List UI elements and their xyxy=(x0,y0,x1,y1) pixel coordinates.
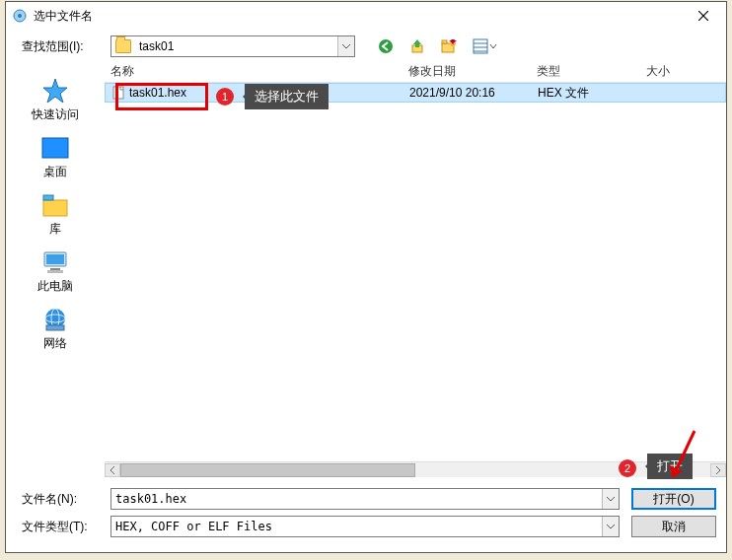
cell-type: HEX 文件 xyxy=(532,85,632,102)
lookin-combo[interactable]: task01 xyxy=(110,35,355,57)
place-this-pc[interactable]: 此电脑 xyxy=(6,243,105,300)
place-label: 此电脑 xyxy=(37,278,73,295)
place-label: 库 xyxy=(49,221,61,238)
file-list-area: 名称 修改日期 类型 大小 task01.hex 2021/9/10 20:16… xyxy=(105,61,726,477)
header-type[interactable]: 类型 xyxy=(531,63,631,80)
file-row[interactable]: task01.hex 2021/9/10 20:16 HEX 文件 xyxy=(105,83,726,103)
scroll-thumb[interactable] xyxy=(120,463,415,477)
horizontal-scrollbar[interactable] xyxy=(105,461,726,477)
svg-rect-22 xyxy=(47,270,63,273)
lookin-row: 查找范围(I): task01 ✦ xyxy=(6,32,726,61)
network-icon xyxy=(39,306,71,333)
chevron-down-icon[interactable] xyxy=(337,36,354,56)
filetype-value: HEX, COFF or ELF Files xyxy=(111,520,602,533)
column-headers: 名称 修改日期 类型 大小 xyxy=(105,61,726,83)
filetype-label: 文件类型(T): xyxy=(22,519,110,535)
svg-rect-21 xyxy=(50,268,60,270)
file-icon xyxy=(111,86,125,100)
app-icon xyxy=(12,8,28,24)
open-button[interactable]: 打开(O) xyxy=(631,488,716,510)
place-quick-access[interactable]: 快速访问 xyxy=(6,71,105,128)
places-bar: 快速访问 桌面 库 此电脑 网络 xyxy=(6,61,105,477)
svg-rect-27 xyxy=(113,87,123,99)
place-label: 快速访问 xyxy=(32,106,79,123)
chevron-down-icon[interactable] xyxy=(602,517,619,536)
svg-rect-7 xyxy=(442,40,447,43)
cell-date: 2021/9/10 20:16 xyxy=(403,86,532,100)
svg-rect-18 xyxy=(43,195,53,200)
place-library[interactable]: 库 xyxy=(6,185,105,243)
file-name: task01.hex xyxy=(129,86,186,100)
place-label: 网络 xyxy=(43,335,67,352)
filename-row: 文件名(N): task01.hex 打开(O) xyxy=(22,485,716,513)
svg-rect-20 xyxy=(46,254,64,264)
titlebar: 选中文件名 xyxy=(6,2,726,30)
place-label: 桌面 xyxy=(43,164,67,180)
view-menu-icon[interactable] xyxy=(472,37,499,55)
header-size[interactable]: 大小 xyxy=(631,63,677,80)
svg-rect-15 xyxy=(42,138,68,158)
filename-label: 文件名(N): xyxy=(22,491,110,508)
scroll-left-icon[interactable] xyxy=(105,463,120,477)
scroll-right-icon[interactable] xyxy=(710,463,726,477)
cell-name: task01.hex xyxy=(106,86,403,101)
library-icon xyxy=(39,191,71,219)
filetype-combo[interactable]: HEX, COFF or ELF Files xyxy=(110,516,620,537)
place-network[interactable]: 网络 xyxy=(6,300,105,357)
svg-text:✦: ✦ xyxy=(448,39,457,48)
nav-toolbar: ✦ xyxy=(377,37,499,55)
chevron-down-icon[interactable] xyxy=(602,489,619,509)
content-area: 快速访问 桌面 库 此电脑 网络 名称 修改日期 xyxy=(6,61,726,477)
pc-icon xyxy=(39,248,71,276)
back-icon[interactable] xyxy=(377,37,395,55)
lookin-value: task01 xyxy=(135,39,337,53)
close-button[interactable] xyxy=(683,3,724,29)
svg-marker-14 xyxy=(43,79,67,103)
filename-combo[interactable]: task01.hex xyxy=(110,488,620,510)
folder-icon xyxy=(115,39,131,53)
svg-rect-26 xyxy=(46,325,64,330)
lookin-label: 查找范围(I): xyxy=(22,38,110,55)
desktop-icon xyxy=(39,134,71,162)
new-folder-icon[interactable]: ✦ xyxy=(440,37,458,55)
star-icon xyxy=(39,77,71,105)
filename-value: task01.hex xyxy=(111,492,602,506)
file-rows: task01.hex 2021/9/10 20:16 HEX 文件 xyxy=(105,83,726,461)
place-desktop[interactable]: 桌面 xyxy=(6,128,105,185)
cancel-button[interactable]: 取消 xyxy=(631,516,716,537)
filetype-row: 文件类型(T): HEX, COFF or ELF Files 取消 xyxy=(22,513,716,540)
cancel-button-label: 取消 xyxy=(662,519,686,535)
svg-rect-17 xyxy=(43,200,67,216)
header-name[interactable]: 名称 xyxy=(105,63,403,80)
svg-point-4 xyxy=(379,39,393,53)
up-icon[interactable] xyxy=(408,37,426,55)
header-date[interactable]: 修改日期 xyxy=(403,63,531,80)
scroll-track[interactable] xyxy=(120,463,710,477)
open-button-label: 打开(O) xyxy=(653,491,694,508)
dialog-title: 选中文件名 xyxy=(34,8,683,25)
file-open-dialog: 选中文件名 查找范围(I): task01 ✦ 快速访问 xyxy=(5,1,727,553)
svg-point-1 xyxy=(18,14,22,18)
bottom-panel: 文件名(N): task01.hex 打开(O) 文件类型(T): HEX, C… xyxy=(6,477,726,548)
